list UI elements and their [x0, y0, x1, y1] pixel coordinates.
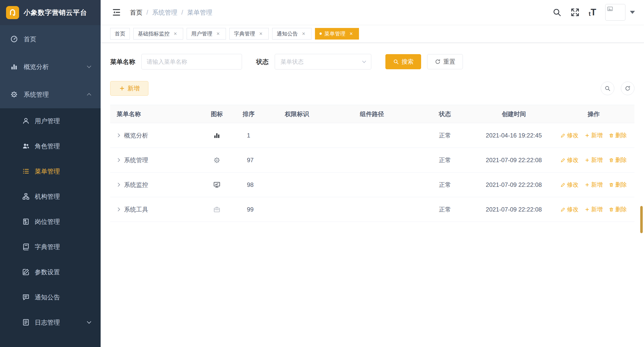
tab-user-mgmt[interactable]: 用户管理 ×: [187, 28, 226, 40]
sidebar-item-label: 系统管理: [24, 90, 88, 99]
breadcrumb-separator: /: [146, 9, 148, 16]
status-value: 正常: [415, 197, 475, 222]
column-header-actions: 操作: [553, 105, 634, 123]
app-logo[interactable]: 小象数字营销云平台: [0, 0, 101, 25]
broken-image-icon: [607, 6, 613, 12]
edit-action[interactable]: 修改: [560, 156, 579, 164]
page-content: 菜单名称 状态 菜单状态 搜索 重置: [101, 43, 644, 347]
search-button[interactable]: 搜索: [385, 54, 421, 69]
sidebar-item-overview[interactable]: 概览分析: [0, 53, 101, 81]
close-icon[interactable]: ×: [172, 30, 179, 37]
sidebar-item-roles[interactable]: 角色管理: [0, 133, 101, 159]
active-tab-dot: [319, 32, 322, 35]
sidebar-item-users[interactable]: 用户管理: [0, 108, 101, 133]
tab-notices[interactable]: 通知公告 ×: [272, 28, 311, 40]
add-button-label: 新增: [128, 84, 140, 92]
sidebar-item-notices[interactable]: 通知公告: [0, 285, 101, 310]
toolbar-right: [601, 82, 634, 95]
comment-icon: [22, 293, 30, 301]
sidebar-item-home[interactable]: 首页: [0, 25, 101, 53]
edit-action[interactable]: 修改: [560, 181, 579, 189]
delete-action[interactable]: 删除: [609, 181, 627, 189]
expand-row-icon[interactable]: [116, 183, 120, 187]
sidebar-item-dicts[interactable]: 字典管理: [0, 234, 101, 259]
breadcrumb-home[interactable]: 首页: [130, 8, 142, 17]
delete-action[interactable]: 删除: [609, 156, 627, 164]
sidebar-fold-icon[interactable]: [112, 8, 121, 17]
trash-icon: [609, 207, 614, 212]
add-action[interactable]: 新增: [585, 181, 603, 189]
monitor-icon: [213, 181, 221, 188]
scrollbar-thumb[interactable]: [640, 206, 643, 233]
menu-name-input[interactable]: [141, 54, 242, 70]
gear-icon: [10, 90, 18, 98]
reset-button[interactable]: 重置: [427, 54, 463, 69]
delete-action[interactable]: 删除: [609, 205, 627, 213]
sidebar-item-params[interactable]: 参数设置: [0, 259, 101, 285]
expand-row-icon[interactable]: [116, 133, 120, 137]
order-value: 98: [232, 172, 265, 197]
tab-menu-mgmt[interactable]: 菜单管理 ×: [315, 28, 359, 40]
tab-basic-metrics[interactable]: 基础指标监控 ×: [133, 28, 183, 40]
sidebar-item-logs[interactable]: 日志管理: [0, 310, 101, 335]
reset-button-label: 重置: [443, 58, 455, 66]
edit-square-icon: [22, 268, 30, 276]
chevron-down-icon: [362, 59, 366, 63]
edit-action[interactable]: 修改: [560, 131, 579, 139]
created-at-value: 2021-07-09 22:22:08: [475, 148, 553, 172]
tab-label: 基础指标监控: [138, 30, 170, 37]
sidebar-item-label: 机构管理: [35, 192, 91, 201]
avatar[interactable]: [605, 4, 625, 21]
chevron-down-icon: [87, 320, 91, 324]
add-button[interactable]: 新增: [110, 81, 148, 96]
status-value: 正常: [415, 172, 475, 197]
sidebar-item-orgs[interactable]: 机构管理: [0, 184, 101, 209]
delete-action[interactable]: 删除: [609, 131, 627, 139]
close-icon[interactable]: ×: [300, 30, 307, 37]
edit-action-label: 修改: [567, 156, 579, 164]
font-size-icon[interactable]: t T: [589, 8, 596, 17]
column-header-status: 状态: [415, 105, 475, 123]
search-icon[interactable]: [552, 8, 561, 17]
tab-dict-mgmt[interactable]: 字典管理 ×: [229, 28, 269, 40]
toggle-search-button[interactable]: [601, 82, 614, 95]
component-value: [329, 148, 415, 172]
top-navbar: 首页 / 系统管理 / 菜单管理 t: [101, 0, 644, 25]
close-icon[interactable]: ×: [348, 30, 354, 37]
font-size-small: t: [589, 11, 591, 17]
toolbox-icon: [213, 205, 221, 212]
expand-row-icon[interactable]: [116, 207, 120, 212]
fullscreen-icon[interactable]: [571, 8, 580, 17]
add-action[interactable]: 新增: [585, 131, 603, 139]
menu-name-label: 菜单名称: [110, 58, 135, 66]
system-submenu: 用户管理 角色管理: [0, 108, 101, 335]
close-icon[interactable]: ×: [258, 30, 264, 37]
perms-value: [265, 148, 329, 172]
caret-down-icon: [630, 11, 635, 14]
edit-action[interactable]: 修改: [560, 205, 579, 213]
tab-label: 字典管理: [234, 30, 255, 37]
sidebar-item-menus[interactable]: 菜单管理: [0, 159, 101, 184]
component-value: [329, 197, 415, 222]
sidebar-item-posts[interactable]: 岗位管理: [0, 209, 101, 234]
bar-chart-icon: [10, 63, 18, 71]
sidebar-item-system[interactable]: 系统管理: [0, 81, 101, 108]
close-icon[interactable]: ×: [215, 30, 221, 37]
expand-row-icon[interactable]: [116, 158, 120, 162]
org-tree-icon: [22, 193, 30, 200]
user-menu[interactable]: [605, 4, 635, 21]
logo-elephant-icon: [6, 6, 19, 19]
created-at-value: 2021-07-09 22:22:08: [475, 172, 553, 197]
menu-table: 菜单名称 图标 排序 权限标识 组件路径 状态 创建时间 操作 概览分析: [110, 105, 634, 222]
tab-home[interactable]: 首页: [110, 28, 130, 40]
add-action-label: 新增: [591, 131, 603, 139]
menu-name: 概览分析: [124, 131, 148, 140]
order-value: 1: [232, 123, 265, 148]
refresh-table-button[interactable]: [621, 82, 634, 95]
sidebar-item-label: 通知公告: [35, 293, 91, 301]
status-select[interactable]: 菜单状态: [275, 54, 371, 70]
add-action[interactable]: 新增: [585, 205, 603, 213]
search-button-label: 搜索: [401, 58, 414, 66]
add-action[interactable]: 新增: [585, 156, 603, 164]
gear-icon: [213, 156, 221, 163]
